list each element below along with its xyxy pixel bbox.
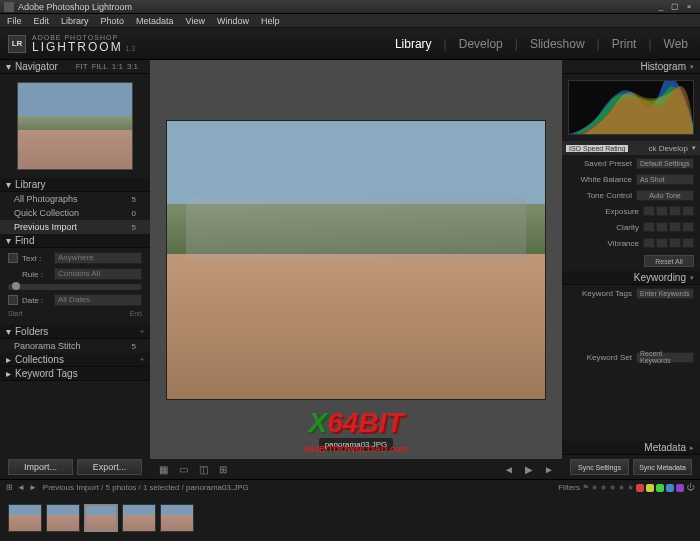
maximize-button[interactable]: ▢ <box>668 2 682 12</box>
minimize-button[interactable]: _ <box>654 2 668 12</box>
module-develop[interactable]: Develop <box>455 37 507 51</box>
module-library[interactable]: Library <box>391 37 436 51</box>
canvas[interactable]: panorama03.JPG X64BIT x64BITDOWNLOAD.com <box>150 60 562 459</box>
metadata-title: Metadata <box>644 442 686 453</box>
thumb-4[interactable] <box>122 504 156 532</box>
library-item-all[interactable]: All Photographs5 <box>0 192 150 206</box>
collections-header[interactable]: ▸Collections+ <box>0 353 150 367</box>
nav-first-icon[interactable]: ⊞ <box>6 483 13 492</box>
keywordtags-header[interactable]: ▸Keyword Tags <box>0 367 150 381</box>
folder-item[interactable]: Panorama Stitch5 <box>0 339 150 353</box>
preset-select[interactable]: Default Settings <box>636 158 694 169</box>
find-date-input[interactable]: All Dates <box>54 294 142 306</box>
nav-back-icon[interactable]: ◄ <box>17 483 25 492</box>
find-date-label: Date : <box>22 296 50 305</box>
filter-star4[interactable]: ★ <box>618 483 625 492</box>
find-header[interactable]: ▾Find <box>0 234 150 248</box>
compare-view-icon[interactable]: ◫ <box>196 462 210 476</box>
filter-star1[interactable]: ★ <box>591 483 598 492</box>
sync-settings-button[interactable]: Sync Settings <box>570 459 629 475</box>
center-area: panorama03.JPG X64BIT x64BITDOWNLOAD.com… <box>150 60 562 479</box>
module-web[interactable]: Web <box>660 37 692 51</box>
watermark-sub: x64BITDOWNLOAD.com <box>304 444 409 454</box>
menu-help[interactable]: Help <box>256 15 285 27</box>
nav-fill[interactable]: FILL <box>92 62 108 71</box>
keywording-header[interactable]: Keywording▾ <box>562 271 700 285</box>
exposure-steppers[interactable] <box>643 206 694 216</box>
thumb-5[interactable] <box>160 504 194 532</box>
prev-icon[interactable]: ◄ <box>502 462 516 476</box>
thumb-3[interactable] <box>84 504 118 532</box>
app-icon <box>4 2 14 12</box>
keyword-textarea[interactable] <box>568 303 694 347</box>
import-button[interactable]: Import... <box>8 459 73 475</box>
window-title: Adobe Photoshop Lightroom <box>18 2 654 12</box>
vibrance-steppers[interactable] <box>643 238 694 248</box>
vibrance-label: Vibrance <box>568 239 639 248</box>
filter-purple[interactable] <box>676 484 684 492</box>
clarity-steppers[interactable] <box>643 222 694 232</box>
navigator-header[interactable]: ▾Navigator FIT FILL 1:1 3:1 <box>0 60 150 74</box>
keywording-title: Keywording <box>634 272 686 283</box>
find-text-checkbox[interactable] <box>8 253 18 263</box>
close-button[interactable]: × <box>682 2 696 12</box>
menu-edit[interactable]: Edit <box>29 15 55 27</box>
library-item-previous[interactable]: Previous Import5 <box>0 220 150 234</box>
next-icon[interactable]: ► <box>542 462 556 476</box>
grid-view-icon[interactable]: ▦ <box>156 462 170 476</box>
histogram-header[interactable]: Histogram▾ <box>562 60 700 74</box>
loupe-view-icon[interactable]: ▭ <box>176 462 190 476</box>
thumb-2[interactable] <box>46 504 80 532</box>
menu-view[interactable]: View <box>181 15 210 27</box>
filter-blue[interactable] <box>666 484 674 492</box>
filter-yellow[interactable] <box>646 484 654 492</box>
nav-3to1[interactable]: 3:1 <box>127 62 138 71</box>
status-path: Previous Import / 5 photos / 1 selected … <box>43 483 249 492</box>
find-slider[interactable] <box>8 284 142 290</box>
menu-window[interactable]: Window <box>212 15 254 27</box>
menu-library[interactable]: Library <box>56 15 94 27</box>
survey-view-icon[interactable]: ⊞ <box>216 462 230 476</box>
keywordset-label: Keyword Set <box>568 353 632 362</box>
histogram-graph[interactable] <box>568 80 694 135</box>
filter-red[interactable] <box>636 484 644 492</box>
autotone-button[interactable]: Auto Tone <box>636 190 694 201</box>
center-toolbar: ▦ ▭ ◫ ⊞ ◄ ▶ ► <box>150 459 562 479</box>
keywordset-select[interactable]: Recent Keywords <box>636 352 694 363</box>
nav-1to1[interactable]: 1:1 <box>112 62 123 71</box>
filter-switch-icon[interactable]: ⏻ <box>686 483 694 492</box>
find-rule-input[interactable]: Contains All <box>54 268 142 280</box>
navigator-preview[interactable] <box>0 74 150 178</box>
filter-green[interactable] <box>656 484 664 492</box>
filter-flag-icon[interactable]: ⚑ <box>582 483 589 492</box>
filter-star5[interactable]: ★ <box>627 483 634 492</box>
nav-fwd-icon[interactable]: ► <box>29 483 37 492</box>
menu-metadata[interactable]: Metadata <box>131 15 179 27</box>
sync-metadata-button[interactable]: Sync Metadata <box>633 459 692 475</box>
find-text-input[interactable]: Anywhere <box>54 252 142 264</box>
library-header[interactable]: ▾Library <box>0 178 150 192</box>
brand-version: 1.3 <box>125 45 135 52</box>
export-button[interactable]: Export... <box>77 459 142 475</box>
find-title: Find <box>15 235 34 246</box>
filters-label: Filters <box>558 483 580 492</box>
library-item-quick[interactable]: Quick Collection0 <box>0 206 150 220</box>
filter-star3[interactable]: ★ <box>609 483 616 492</box>
wb-select[interactable]: As Shot <box>636 174 694 185</box>
metadata-header[interactable]: Metadata▸ <box>562 441 700 455</box>
nav-fit[interactable]: FIT <box>76 62 88 71</box>
keywordtags-input[interactable]: Enter Keywords <box>636 288 694 299</box>
module-print[interactable]: Print <box>608 37 641 51</box>
reset-all-button[interactable]: Reset All <box>644 255 694 267</box>
play-icon[interactable]: ▶ <box>522 462 536 476</box>
menu-photo[interactable]: Photo <box>96 15 130 27</box>
filter-star2[interactable]: ★ <box>600 483 607 492</box>
filmstrip[interactable] <box>0 495 700 541</box>
find-date-checkbox[interactable] <box>8 295 18 305</box>
wb-label: White Balance <box>568 175 632 184</box>
menu-file[interactable]: File <box>2 15 27 27</box>
thumb-1[interactable] <box>8 504 42 532</box>
folders-header[interactable]: ▾Folders+ <box>0 325 150 339</box>
module-slideshow[interactable]: Slideshow <box>526 37 589 51</box>
main-image[interactable] <box>166 120 546 400</box>
